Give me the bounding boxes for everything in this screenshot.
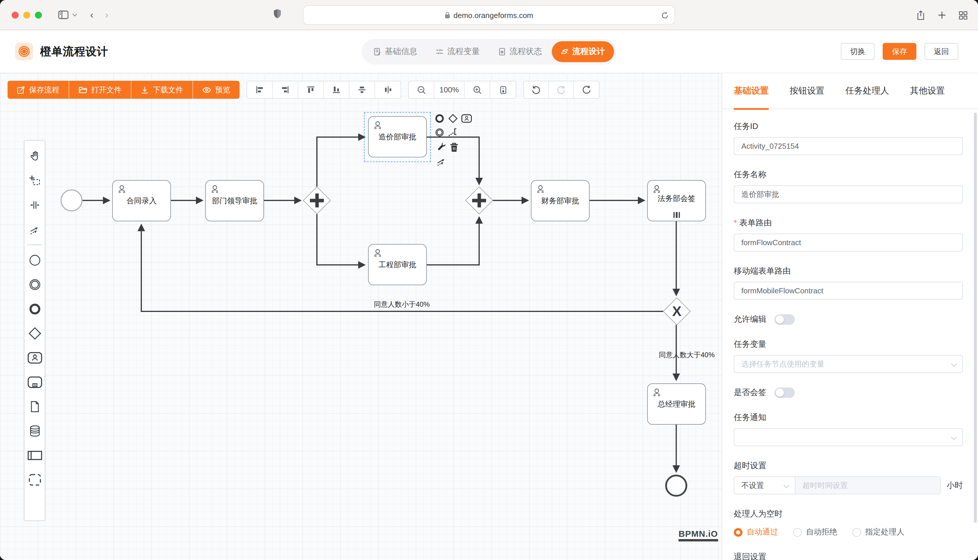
- task-variable-select[interactable]: 选择任务节点使用的变量: [734, 355, 963, 373]
- append-intermediate-event-icon[interactable]: [434, 127, 445, 138]
- back-button-header[interactable]: 返回: [925, 43, 958, 60]
- tab-flow-design[interactable]: 流程设计: [552, 41, 614, 62]
- lock-icon: [445, 12, 450, 18]
- tab-overview-icon[interactable]: [959, 11, 968, 20]
- sidebar-icon[interactable]: [58, 10, 69, 19]
- user-icon: [209, 183, 221, 195]
- back-button[interactable]: ‹: [90, 9, 93, 21]
- tab-basic-info[interactable]: 基础信息: [364, 41, 426, 62]
- reload-icon[interactable]: [661, 11, 669, 19]
- task-node-engineering-dept-approval[interactable]: 工程部审批: [368, 244, 427, 285]
- task-notify-select[interactable]: [734, 428, 963, 446]
- parallel-gateway-join[interactable]: [466, 187, 493, 214]
- task-id-label: 任务ID: [734, 122, 963, 132]
- page-title: 橙单流程设计: [40, 44, 108, 59]
- panel-scrollbar[interactable]: [974, 113, 977, 523]
- user-icon: [650, 183, 663, 195]
- mobile-form-route-input[interactable]: [734, 282, 963, 300]
- form-icon: [373, 48, 381, 56]
- allow-edit-toggle[interactable]: [774, 314, 795, 325]
- chevron-down-icon: [784, 482, 789, 488]
- append-user-task-icon[interactable]: [460, 113, 472, 124]
- parallel-gateway-split[interactable]: [304, 187, 330, 214]
- radio-assign-handler[interactable]: 指定处理人: [853, 527, 904, 537]
- minimize-window-button[interactable]: [23, 11, 30, 18]
- properties-panel: 基础设置 按钮设置 任务处理人 其他设置 任务ID 任务名称 *表单路由: [722, 73, 978, 560]
- privacy-shield-icon[interactable]: [273, 9, 281, 18]
- countersign-label: 是否会签: [734, 387, 766, 398]
- save-button[interactable]: 保存: [883, 43, 916, 60]
- switch-button[interactable]: 切换: [841, 43, 874, 60]
- forward-button[interactable]: ›: [105, 9, 108, 21]
- task-node-dept-leader-approval[interactable]: 部门领导审批: [205, 180, 264, 221]
- allow-edit-label: 允许编辑: [734, 314, 766, 325]
- new-tab-icon[interactable]: [938, 11, 946, 19]
- user-icon: [534, 183, 547, 195]
- append-text-annotation-icon[interactable]: [447, 127, 459, 138]
- radio-auto-approve[interactable]: 自动通过: [734, 527, 778, 537]
- user-icon: [650, 386, 663, 398]
- chevron-down-icon[interactable]: [72, 13, 77, 17]
- user-icon: [371, 119, 384, 131]
- task-notify-label: 任务通知: [734, 412, 963, 423]
- task-id-input[interactable]: [734, 137, 963, 155]
- tab-flow-status[interactable]: 流程状态: [489, 41, 552, 62]
- user-icon: [371, 247, 384, 259]
- edge-label-gt40[interactable]: 同意人数大于40%: [659, 350, 715, 360]
- header-tabs: 基础信息 流程变量 流程状态 流程设计: [362, 39, 616, 65]
- timeout-label: 超时设置: [734, 461, 963, 471]
- url-text: demo.orangeforms.com: [453, 11, 533, 20]
- radio-dot: [734, 528, 742, 537]
- task-node-cost-dept-approval[interactable]: 造价部审批: [368, 116, 427, 157]
- return-setting-label: 退回设置: [734, 552, 963, 560]
- task-variable-placeholder: 选择任务节点使用的变量: [741, 359, 824, 369]
- timeout-value-input[interactable]: [796, 477, 941, 494]
- timeout-unit: 小时: [946, 480, 963, 491]
- tab-basic-settings[interactable]: 基础设置: [734, 73, 769, 109]
- append-gateway-icon[interactable]: [447, 113, 459, 124]
- task-node-contract-entry[interactable]: 合同录入: [112, 180, 171, 221]
- task-variable-label: 任务变量: [734, 339, 963, 350]
- document-icon: [498, 48, 506, 56]
- form-route-input[interactable]: [734, 233, 963, 252]
- chevron-down-icon: [951, 361, 957, 367]
- tab-other-settings[interactable]: 其他设置: [910, 73, 945, 109]
- task-node-finance-dept-approval[interactable]: 财务部审批: [531, 180, 590, 221]
- start-event[interactable]: [60, 189, 83, 212]
- task-node-general-manager-approval[interactable]: 总经理审批: [647, 383, 706, 425]
- end-event[interactable]: [665, 475, 687, 497]
- browser-chrome: ‹ › demo.orangeforms.com: [0, 0, 978, 30]
- share-icon[interactable]: [916, 10, 925, 20]
- flow-icon: [561, 48, 569, 56]
- tab-task-assignee[interactable]: 任务处理人: [846, 73, 889, 109]
- countersign-toggle[interactable]: [774, 387, 795, 398]
- close-window-button[interactable]: [12, 11, 18, 18]
- timeout-mode-select[interactable]: 不设置: [734, 477, 796, 494]
- append-end-event-icon[interactable]: [434, 113, 445, 124]
- tab-flow-variables[interactable]: 流程变量: [426, 41, 489, 62]
- empty-handler-label: 处理人为空时: [734, 509, 963, 519]
- radio-auto-reject[interactable]: 自动拒绝: [793, 527, 837, 537]
- edge-label-lt40[interactable]: 同意人数小于40%: [374, 300, 430, 310]
- task-name-input[interactable]: [734, 185, 963, 203]
- task-node-legal-dept-countersign[interactable]: 法务部会签: [647, 180, 706, 221]
- exclusive-gateway[interactable]: X: [664, 298, 690, 325]
- bpmn-io-watermark[interactable]: BPMN.iO: [679, 528, 718, 542]
- window-controls: [12, 11, 42, 18]
- radio-dot: [853, 528, 861, 537]
- trash-icon[interactable]: [448, 141, 460, 153]
- radio-dot: [793, 528, 802, 537]
- sliders-icon: [436, 48, 444, 56]
- user-icon: [116, 183, 128, 195]
- form-route-label: *表单路由: [734, 218, 963, 228]
- zoom-window-button[interactable]: [35, 11, 42, 18]
- app-header: 橙单流程设计 基础信息 流程变量 流程状态 流程设计 切换 保存 返回: [0, 30, 978, 73]
- address-bar[interactable]: demo.orangeforms.com: [303, 5, 675, 25]
- wrench-icon[interactable]: [436, 141, 447, 153]
- orange-slice-icon: [18, 45, 30, 58]
- bpmn-canvas[interactable]: 保存流程 打开文件 下载文件 预览: [0, 73, 722, 560]
- tab-button-settings[interactable]: 按钮设置: [790, 73, 824, 109]
- bpmn-edges: [0, 73, 722, 560]
- multi-instance-marker: [673, 212, 680, 218]
- connect-tool-icon[interactable]: [436, 155, 447, 167]
